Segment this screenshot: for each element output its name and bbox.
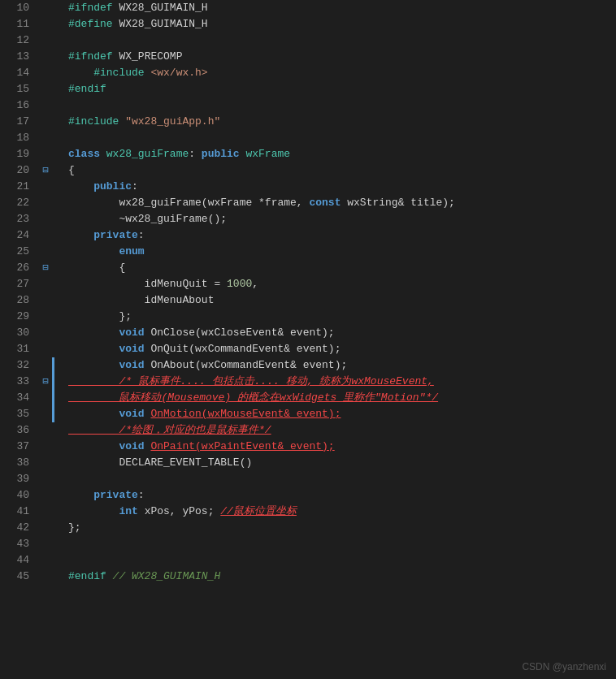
code-line: #ifndef WX_PRECOMP	[68, 49, 609, 65]
line-number: 23	[0, 211, 29, 227]
line-number: 24	[0, 227, 29, 244]
code-line: #include "wx28_guiApp.h"	[68, 114, 609, 130]
gutter-line	[52, 487, 62, 504]
fold-indicator	[39, 292, 52, 309]
code-line: int xPos, yPos; //鼠标位置坐标	[68, 504, 609, 520]
code-line: /* 鼠标事件.... 包括点击.... 移动, 统称为wxMouseEvent…	[68, 374, 609, 390]
fold-indicator[interactable]: ⊟	[39, 162, 52, 179]
gutter-line	[52, 211, 62, 227]
code-line: void OnPaint(wxPaintEvent& event);	[68, 439, 609, 455]
code-line: enum	[68, 244, 609, 260]
fold-indicators[interactable]: ⊟⊟⊟	[39, 0, 52, 585]
line-number: 27	[0, 276, 29, 292]
fold-indicator	[39, 455, 52, 471]
gutter-line	[52, 455, 62, 471]
fold-indicator	[39, 504, 52, 520]
fold-indicator	[39, 211, 52, 227]
line-number: 20	[0, 162, 29, 179]
fold-indicator	[39, 227, 52, 244]
gutter-line	[52, 16, 62, 32]
fold-indicator	[39, 97, 52, 114]
fold-indicator	[39, 49, 52, 65]
code-line: void OnClose(wxCloseEvent& event);	[68, 325, 609, 341]
gutter-line	[52, 569, 62, 585]
fold-indicator	[39, 179, 52, 195]
code-line: #define WX28_GUIMAIN_H	[68, 16, 609, 32]
fold-indicator	[39, 341, 52, 357]
line-number: 21	[0, 179, 29, 195]
gutter-line	[52, 341, 62, 357]
gutter-line	[52, 504, 62, 520]
line-number: 14	[0, 65, 29, 81]
gutter-line	[52, 520, 62, 536]
gutter-line	[52, 97, 62, 114]
line-number: 28	[0, 292, 29, 309]
gutter-line	[52, 81, 62, 97]
line-number: 17	[0, 114, 29, 130]
gutter-line	[52, 439, 62, 455]
gutter-line	[52, 49, 62, 65]
gutter-line	[52, 0, 62, 16]
gutter-line	[52, 471, 62, 487]
code-line: #endif // WX28_GUIMAIN_H	[68, 569, 609, 585]
gutter-line	[52, 227, 62, 244]
gutter-line	[52, 146, 62, 162]
code-line: /*绘图，对应的也是鼠标事件*/	[68, 422, 609, 439]
fold-indicator	[39, 536, 52, 552]
fold-indicator	[39, 471, 52, 487]
code-line: public:	[68, 179, 609, 195]
fold-indicator	[39, 244, 52, 260]
code-line	[68, 552, 609, 569]
line-number: 32	[0, 357, 29, 374]
gutter-line	[52, 179, 62, 195]
line-number: 42	[0, 520, 29, 536]
gutter-line	[52, 309, 62, 325]
code-line: 鼠标移动(Mousemove) 的概念在wxWidgets 里称作"Motion…	[68, 390, 609, 406]
line-numbers: 1011121314151617181920212223242526272829…	[0, 0, 39, 585]
fold-indicator	[39, 146, 52, 162]
gutter-line	[52, 195, 62, 211]
code-line: private:	[68, 487, 609, 504]
gutter-line	[52, 390, 62, 406]
line-number: 16	[0, 97, 29, 114]
fold-indicator	[39, 406, 52, 422]
gutter-line	[52, 406, 62, 422]
code-line: class wx28_guiFrame: public wxFrame	[68, 146, 609, 162]
code-line: idMenuAbout	[68, 292, 609, 309]
fold-indicator	[39, 422, 52, 439]
gutter	[52, 0, 62, 585]
gutter-line	[52, 325, 62, 341]
line-number: 36	[0, 422, 29, 439]
code-line: #endif	[68, 81, 609, 97]
fold-indicator	[39, 569, 52, 585]
code-line: };	[68, 309, 609, 325]
gutter-line	[52, 114, 62, 130]
line-number: 12	[0, 32, 29, 49]
line-number: 41	[0, 504, 29, 520]
code-line	[68, 536, 609, 552]
code-line: void OnAbout(wxCommandEvent& event);	[68, 357, 609, 374]
line-number: 10	[0, 0, 29, 16]
line-number: 34	[0, 390, 29, 406]
gutter-line	[52, 65, 62, 81]
gutter-line	[52, 292, 62, 309]
fold-indicator	[39, 114, 52, 130]
line-number: 35	[0, 406, 29, 422]
line-number: 29	[0, 309, 29, 325]
fold-indicator	[39, 65, 52, 81]
fold-indicator[interactable]: ⊟	[39, 260, 52, 276]
gutter-line	[52, 374, 62, 390]
code-line: wx28_guiFrame(wxFrame *frame, const wxSt…	[68, 195, 609, 211]
fold-indicator	[39, 130, 52, 146]
fold-indicator[interactable]: ⊟	[39, 374, 52, 390]
line-number: 26	[0, 260, 29, 276]
code-line: void OnQuit(wxCommandEvent& event);	[68, 341, 609, 357]
line-number: 19	[0, 146, 29, 162]
line-number: 33	[0, 374, 29, 390]
code-line: private:	[68, 227, 609, 244]
code-line: DECLARE_EVENT_TABLE()	[68, 455, 609, 471]
code-line: };	[68, 520, 609, 536]
fold-indicator	[39, 81, 52, 97]
gutter-line	[52, 260, 62, 276]
fold-indicator	[39, 309, 52, 325]
